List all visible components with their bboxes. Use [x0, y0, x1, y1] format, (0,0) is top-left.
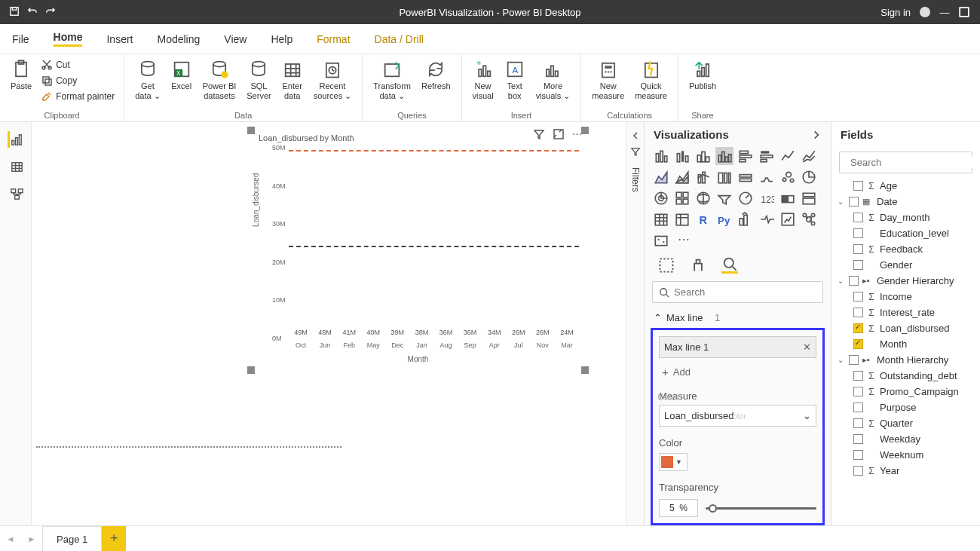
- resize-handle[interactable]: [581, 366, 589, 374]
- viz-type-icon[interactable]: [715, 147, 733, 165]
- field-group[interactable]: ⌄▸▪Gender Hierarchy: [831, 273, 980, 289]
- viz-search-input[interactable]: [674, 286, 816, 298]
- field-item[interactable]: Gender: [831, 257, 980, 273]
- checkbox[interactable]: [853, 339, 863, 349]
- checkbox[interactable]: [853, 371, 863, 381]
- viz-type-icon[interactable]: [652, 210, 670, 228]
- analytics-tab-icon[interactable]: [721, 257, 738, 274]
- next-page-icon[interactable]: ►: [21, 534, 42, 543]
- resize-handle[interactable]: [247, 366, 255, 374]
- viz-type-icon[interactable]: [779, 147, 797, 165]
- save-icon[interactable]: [9, 6, 20, 19]
- report-view-icon[interactable]: [8, 131, 24, 148]
- tab-view[interactable]: View: [212, 24, 259, 54]
- field-group[interactable]: ⌄▸▪Month Hierarchy: [831, 352, 980, 368]
- field-group[interactable]: ⌄▦Date: [831, 194, 980, 210]
- paste-button[interactable]: Paste: [6, 57, 36, 93]
- maximize-icon[interactable]: [959, 7, 969, 17]
- cut-button[interactable]: Cut: [38, 57, 118, 72]
- filters-pane-collapsed[interactable]: Filters: [626, 122, 644, 525]
- viz-type-icon[interactable]: [758, 210, 776, 228]
- new-visual-button[interactable]: +New visual: [468, 57, 498, 102]
- viz-type-icon[interactable]: R: [694, 210, 712, 228]
- model-view-icon[interactable]: [8, 185, 24, 202]
- field-item[interactable]: Weeknum: [831, 447, 980, 463]
- viz-type-icon[interactable]: [694, 189, 712, 207]
- viz-type-icon[interactable]: ⋯: [673, 231, 691, 249]
- chart-visual[interactable]: ⋯ Loan_disbursed by Month Loan_disbursed…: [250, 130, 586, 371]
- sql-server-button[interactable]: SQL Server: [242, 57, 275, 102]
- redo-icon[interactable]: [45, 6, 56, 19]
- checkbox[interactable]: [853, 387, 863, 396]
- close-icon[interactable]: ✕: [803, 341, 811, 353]
- add-page-button[interactable]: +: [102, 526, 126, 551]
- refresh-button[interactable]: Refresh: [417, 57, 455, 93]
- field-item[interactable]: ΣOutstanding_debt: [831, 368, 980, 384]
- field-item[interactable]: ΣPromo_Campaign: [831, 384, 980, 399]
- checkbox[interactable]: [853, 450, 863, 460]
- maxline-accordion[interactable]: ⌃ Max line 1: [645, 308, 831, 328]
- viz-type-icon[interactable]: [652, 168, 670, 186]
- field-item[interactable]: ΣQuarter: [831, 415, 980, 431]
- field-item[interactable]: Purpose: [831, 399, 980, 415]
- report-canvas[interactable]: ⋯ Loan_disbursed by Month Loan_disbursed…: [32, 122, 626, 525]
- viz-type-icon[interactable]: Py: [715, 210, 733, 228]
- recent-sources-button[interactable]: Recent sources ⌄: [309, 57, 357, 102]
- viz-type-icon[interactable]: [673, 168, 691, 186]
- viz-type-icon[interactable]: [800, 147, 818, 165]
- checkbox[interactable]: [853, 323, 863, 333]
- checkbox[interactable]: [853, 260, 863, 270]
- field-item[interactable]: ΣIncome: [831, 289, 980, 305]
- tab-help[interactable]: Help: [259, 24, 305, 54]
- tab-format[interactable]: Format: [305, 24, 362, 54]
- format-painter-button[interactable]: Format painter: [38, 89, 118, 104]
- page-tab[interactable]: Page 1: [42, 526, 102, 551]
- field-item[interactable]: ΣDay_month: [831, 210, 980, 225]
- get-data-button[interactable]: Get data ⌄: [130, 57, 164, 102]
- viz-type-icon[interactable]: [758, 147, 776, 165]
- resize-handle[interactable]: [581, 127, 589, 134]
- prev-page-icon[interactable]: ◄: [0, 534, 21, 543]
- chevron-right-icon[interactable]: [811, 130, 822, 140]
- filter-icon[interactable]: [533, 128, 545, 142]
- viz-type-icon[interactable]: [652, 231, 670, 249]
- viz-type-icon[interactable]: [737, 189, 755, 207]
- tab-datadrill[interactable]: Data / Drill: [363, 24, 436, 54]
- checkbox[interactable]: [853, 213, 863, 222]
- checkbox[interactable]: [853, 292, 863, 302]
- fields-search-input[interactable]: [850, 157, 977, 168]
- viz-type-icon[interactable]: [673, 189, 691, 207]
- viz-type-icon[interactable]: [673, 210, 691, 228]
- checkbox[interactable]: [849, 355, 859, 365]
- fields-tab-icon[interactable]: [658, 257, 675, 274]
- tab-home[interactable]: Home: [41, 24, 95, 54]
- viz-type-icon[interactable]: 123: [758, 189, 776, 207]
- checkbox[interactable]: [853, 466, 863, 476]
- viz-type-icon[interactable]: [652, 189, 670, 207]
- minimize-icon[interactable]: —: [939, 7, 950, 17]
- viz-type-icon[interactable]: [694, 168, 712, 186]
- viz-type-icon[interactable]: [715, 189, 733, 207]
- more-icon[interactable]: ⋯: [572, 128, 582, 142]
- viz-type-icon[interactable]: [779, 168, 797, 186]
- field-item[interactable]: ΣInterest_rate: [831, 305, 980, 320]
- checkbox[interactable]: [849, 197, 859, 207]
- viz-type-icon[interactable]: [800, 189, 818, 207]
- pbi-datasets-button[interactable]: Power BI datasets: [198, 57, 241, 102]
- enter-data-button[interactable]: Enter data: [277, 57, 308, 102]
- new-measure-button[interactable]: New measure: [587, 57, 629, 102]
- field-item[interactable]: ΣAge: [831, 178, 980, 194]
- checkbox[interactable]: [849, 276, 859, 286]
- transparency-slider[interactable]: [706, 503, 816, 513]
- data-view-icon[interactable]: [8, 158, 24, 175]
- fields-search[interactable]: [839, 152, 972, 173]
- viz-type-icon[interactable]: [673, 147, 691, 165]
- tab-file[interactable]: File: [0, 24, 41, 54]
- checkbox[interactable]: [853, 228, 863, 238]
- field-item[interactable]: Education_level: [831, 225, 980, 241]
- viz-type-icon[interactable]: [737, 147, 755, 165]
- field-item[interactable]: Weekday: [831, 431, 980, 447]
- undo-icon[interactable]: [27, 6, 38, 19]
- focus-icon[interactable]: [553, 128, 565, 142]
- field-item[interactable]: ΣFeedback: [831, 241, 980, 257]
